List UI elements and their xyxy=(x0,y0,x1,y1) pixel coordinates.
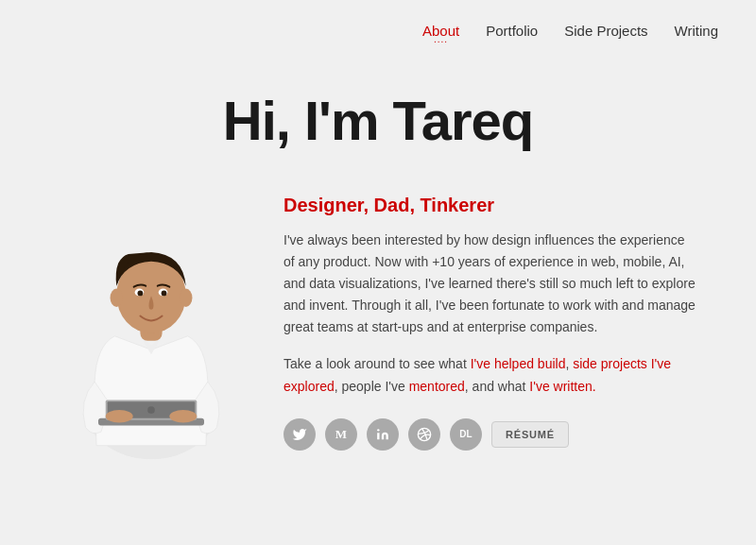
person-image xyxy=(57,199,265,464)
right-content: Designer, Dad, Tinkerer I've always been… xyxy=(265,190,699,451)
nav-writing[interactable]: Writing xyxy=(675,23,718,39)
cta-written-link[interactable]: I've written. xyxy=(529,379,595,394)
svg-point-14 xyxy=(180,289,193,307)
linkedin-icon[interactable] xyxy=(367,418,399,451)
nav-side-projects[interactable]: Side Projects xyxy=(564,23,647,39)
main-content: Hi, I'm Tareq xyxy=(0,60,756,492)
svg-point-13 xyxy=(111,289,124,307)
svg-point-15 xyxy=(377,429,379,431)
social-row: M DL RÉSUMÉ xyxy=(284,418,699,451)
cta-text: Take a look around to see what I've help… xyxy=(284,353,699,397)
nav-about[interactable]: About xyxy=(422,23,459,39)
main-nav: About Portfolio Side Projects Writing xyxy=(422,23,718,39)
cta-mid3: , and what xyxy=(465,379,530,394)
dribbble-icon[interactable] xyxy=(408,418,440,451)
svg-point-4 xyxy=(147,406,155,414)
nav-portfolio[interactable]: Portfolio xyxy=(486,23,538,39)
header: About Portfolio Side Projects Writing xyxy=(0,0,756,60)
medium-icon[interactable]: M xyxy=(325,418,357,451)
content-row: Designer, Dad, Tinkerer I've always been… xyxy=(57,190,699,464)
cta-mentored-link[interactable]: mentored xyxy=(409,379,465,394)
cta-prefix: Take a look around to see what xyxy=(284,356,471,371)
cta-built-link[interactable]: I've helped build xyxy=(471,356,566,371)
cta-mid2: , people I've xyxy=(335,379,409,394)
twitter-icon[interactable] xyxy=(284,418,316,451)
svg-point-5 xyxy=(106,410,133,423)
svg-point-6 xyxy=(169,410,197,423)
designlab-icon[interactable]: DL xyxy=(450,418,482,451)
svg-point-12 xyxy=(162,291,167,297)
tagline: Designer, Dad, Tinkerer xyxy=(284,195,699,216)
page-title: Hi, I'm Tareq xyxy=(57,89,699,152)
svg-point-11 xyxy=(138,291,144,297)
bio-text: I've always been interested by how desig… xyxy=(284,230,699,338)
resume-button[interactable]: RÉSUMÉ xyxy=(491,421,569,448)
